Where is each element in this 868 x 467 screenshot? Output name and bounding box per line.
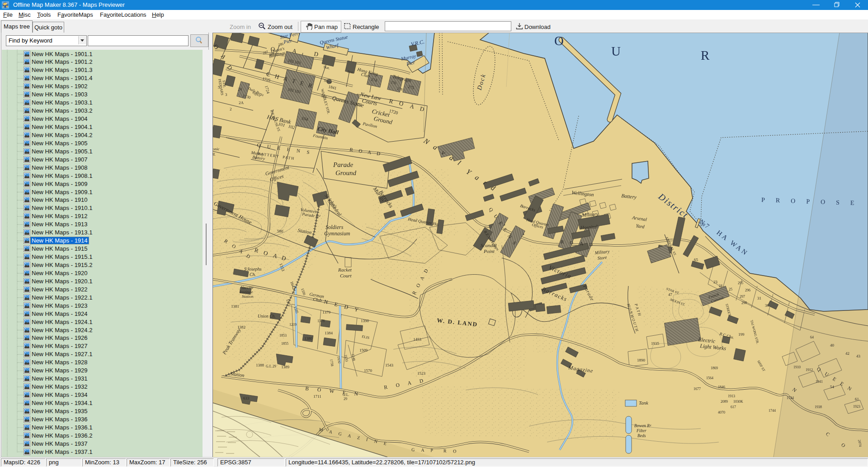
svg-text:199: 199 — [738, 332, 745, 337]
svg-text:Store: Store — [597, 255, 607, 261]
svg-text:296: 296 — [745, 288, 750, 292]
svg-text:G.L.29: G.L.29 — [266, 364, 276, 368]
svg-text:47: 47 — [668, 292, 673, 297]
svg-text:2: 2 — [230, 107, 232, 111]
svg-text:65: 65 — [694, 257, 698, 262]
svg-text:24: 24 — [238, 87, 242, 91]
svg-text:1523: 1523 — [417, 371, 426, 376]
svg-text:Union Ch.: Union Ch. — [258, 314, 276, 319]
svg-text:O: O — [570, 240, 573, 245]
svg-text:5: 5 — [218, 85, 220, 90]
svg-text:24: 24 — [719, 284, 722, 288]
svg-text:Scandal: Scandal — [481, 243, 496, 248]
svg-text:1570: 1570 — [364, 368, 373, 373]
svg-text:Ground: Ground — [335, 169, 357, 176]
svg-text:Filter: Filter — [636, 429, 646, 433]
svg-text:580: 580 — [277, 229, 283, 234]
svg-text:617: 617 — [731, 405, 736, 409]
svg-text:Court: Court — [340, 273, 352, 278]
svg-text:A: A — [580, 241, 583, 246]
svg-text:1379: 1379 — [322, 310, 331, 315]
svg-text:2089: 2089 — [721, 400, 728, 404]
svg-text:295: 295 — [738, 281, 743, 285]
svg-text:1509: 1509 — [359, 348, 368, 353]
svg-text:1378: 1378 — [317, 319, 325, 323]
svg-text:1744: 1744 — [769, 409, 776, 413]
svg-text:R: R — [701, 48, 710, 62]
svg-text:297: 297 — [740, 295, 745, 299]
svg-text:Bowen Rᵈ: Bowen Rᵈ — [634, 424, 651, 428]
svg-text:1030K: 1030K — [733, 400, 743, 404]
svg-text:ll.: ll. — [212, 152, 216, 157]
svg-text:36: 36 — [765, 303, 769, 308]
svg-text:Point: Point — [483, 248, 495, 254]
svg-text:25: 25 — [729, 287, 732, 291]
svg-text:Tank: Tank — [639, 400, 649, 405]
svg-text:1390: 1390 — [361, 319, 369, 323]
svg-text:O: O — [554, 33, 564, 48]
svg-text:3: 3 — [225, 92, 227, 97]
svg-text:1389: 1389 — [281, 365, 290, 369]
svg-text:U: U — [611, 44, 621, 58]
svg-text:1382: 1382 — [237, 325, 245, 329]
svg-text:Parade: Parade — [333, 161, 354, 168]
svg-text:Soldiers: Soldiers — [326, 224, 344, 230]
svg-text:1935: 1935 — [651, 341, 660, 346]
svg-text:Beds: Beds — [637, 434, 646, 438]
svg-text:1855: 1855 — [281, 342, 288, 346]
svg-text:29: 29 — [344, 397, 347, 401]
svg-text:1388: 1388 — [256, 363, 264, 367]
svg-text:R: R — [561, 239, 564, 244]
svg-text:Gymnasium: Gymnasium — [324, 230, 350, 237]
svg-text:31: 31 — [757, 296, 761, 300]
svg-text:1453: 1453 — [413, 337, 422, 342]
svg-text:1711: 1711 — [313, 394, 321, 399]
svg-text:1890: 1890 — [637, 358, 646, 362]
svg-text:23: 23 — [713, 280, 718, 284]
svg-text:1853: 1853 — [279, 334, 287, 338]
svg-text:1869: 1869 — [711, 366, 718, 370]
svg-text:1846: 1846 — [718, 385, 725, 389]
svg-text:4070: 4070 — [718, 410, 725, 415]
svg-text:1219: 1219 — [289, 323, 297, 327]
svg-text:G.L.: G.L. — [343, 393, 349, 397]
svg-text:1380: 1380 — [304, 336, 313, 341]
svg-text:1543: 1543 — [385, 363, 394, 367]
svg-text:Racket: Racket — [338, 267, 352, 272]
svg-text:1381: 1381 — [231, 304, 239, 309]
svg-text:1913: 1913 — [728, 394, 735, 398]
svg-text:Vaccine: Vaccine — [241, 285, 254, 290]
svg-text:onic: onic — [212, 147, 220, 151]
svg-text:D: D — [589, 242, 593, 247]
svg-text:Station: Station — [242, 294, 254, 299]
svg-text:SᵗJosephs: SᵗJosephs — [244, 267, 261, 272]
svg-text:298: 298 — [741, 301, 747, 305]
svg-text:1564: 1564 — [706, 376, 713, 380]
svg-text:2A: 2A — [239, 100, 244, 105]
svg-text:Institute: Institute — [239, 290, 253, 294]
svg-text:Ch.: Ch. — [250, 272, 256, 277]
svg-text:1384: 1384 — [325, 331, 333, 335]
svg-text:1677: 1677 — [693, 387, 701, 391]
